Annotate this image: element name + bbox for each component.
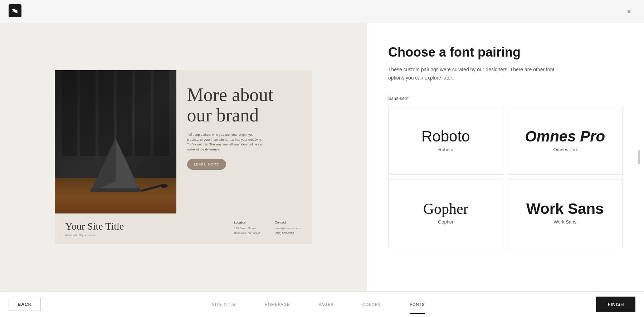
svg-rect-4 — [141, 183, 165, 192]
preview-panel: More about our brand Tell people about w… — [0, 23, 367, 291]
squarespace-link: Squarespace — [79, 234, 96, 237]
right-panel: Choose a font pairing These custom pairi… — [367, 23, 644, 291]
footer-location-col: Location 123 Demo Street New York, NY 12… — [234, 221, 260, 236]
contact-info: email@example.com (555) 555-5555 — [275, 226, 302, 236]
hero-body-text: Tell people about who you are, your orig… — [187, 133, 266, 152]
made-with-text: Made with Squarespace — [65, 234, 124, 237]
bottom-navigation: BACK SITE TITLE HOMEPAGE PAGES COLORS FO… — [0, 291, 644, 317]
footer-columns: Location 123 Demo Street New York, NY 12… — [234, 221, 302, 236]
finish-button[interactable]: FINISH — [596, 297, 635, 312]
contact-label: Contact — [275, 221, 302, 224]
font-card-omnes[interactable]: Omnes Pro Omnes Pro — [508, 107, 623, 175]
footer-contact-col: Contact email@example.com (555) 555-5555 — [275, 221, 302, 236]
scroll-indicator — [638, 150, 640, 164]
location-label: Location — [234, 221, 260, 224]
squarespace-logo — [9, 4, 21, 19]
font-card-roboto[interactable]: Roboto Roboto — [388, 107, 503, 175]
nav-steps: SITE TITLE HOMEPAGE PAGES COLORS FONTS — [41, 302, 596, 307]
worksans-label: Work Sans — [554, 219, 576, 225]
preview-hero-image — [55, 70, 176, 213]
font-grid-row-1: Roboto Roboto Omnes Pro Omnes Pro — [388, 107, 623, 175]
preview-hero: More about our brand Tell people about w… — [55, 70, 312, 213]
nav-step-site-title[interactable]: SITE TITLE — [198, 302, 250, 307]
font-card-worksans[interactable]: Work Sans Work Sans — [508, 179, 623, 247]
pyramid-illustration — [55, 70, 176, 213]
preview-card: More about our brand Tell people about w… — [55, 70, 312, 244]
section-label: Sans-serif — [388, 96, 623, 101]
roboto-label: Roboto — [438, 147, 453, 152]
hero-main-title: More about our brand — [187, 85, 302, 125]
nav-step-colors[interactable]: COLORS — [348, 302, 395, 307]
omnes-label: Omnes Pro — [553, 147, 577, 152]
gopher-preview: Gopher — [423, 201, 468, 216]
omnes-preview: Omnes Pro — [525, 129, 605, 144]
main-content: More about our brand Tell people about w… — [0, 23, 644, 291]
nav-step-pages[interactable]: PAGES — [304, 302, 348, 307]
close-button[interactable]: × — [623, 5, 635, 18]
contact-phone: (555) 555-5555 — [275, 231, 302, 236]
svg-rect-3 — [91, 188, 141, 192]
panel-title: Choose a font pairing — [388, 44, 623, 60]
preview-footer: Your Site Title Made with Squarespace Lo… — [55, 213, 312, 244]
back-button[interactable]: BACK — [9, 298, 41, 311]
gopher-label: Gopher — [438, 219, 453, 225]
nav-step-homepage[interactable]: HOMEPAGE — [250, 302, 304, 307]
roboto-preview: Roboto — [421, 129, 470, 144]
font-grid-row-2: Gopher Gopher Work Sans Work Sans — [388, 179, 623, 247]
learn-more-button: LEARN MORE — [187, 159, 226, 170]
font-card-gopher[interactable]: Gopher Gopher — [388, 179, 503, 247]
preview-hero-text: More about our brand Tell people about w… — [176, 70, 312, 213]
site-title-preview: Your Site Title — [65, 221, 124, 232]
location-city: New York, NY 12345 — [234, 231, 260, 236]
location-street: 123 Demo Street — [234, 226, 260, 231]
location-address: 123 Demo Street New York, NY 12345 — [234, 226, 260, 236]
panel-description: These custom pairings were curated by ou… — [388, 66, 567, 82]
contact-email: email@example.com — [275, 226, 302, 231]
worksans-preview: Work Sans — [526, 201, 604, 216]
top-bar: × — [0, 0, 644, 23]
nav-step-fonts[interactable]: FONTS — [395, 302, 439, 307]
